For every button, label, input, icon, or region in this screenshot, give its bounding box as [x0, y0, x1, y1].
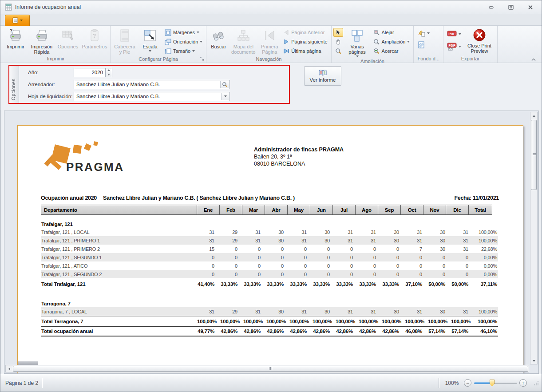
table-row-total: Total Tarragona, 7100,00%100,00%100,00%1… [41, 316, 498, 326]
watermark-button[interactable] [415, 40, 441, 49]
scale-button[interactable]: Escala [138, 27, 162, 55]
column-header: Total [468, 205, 492, 215]
close-print-preview-button[interactable]: Close Print Preview [463, 27, 495, 55]
horizontal-scroll-thumb[interactable] [13, 366, 528, 372]
header-footer-button[interactable]: Cabecera y Pie [112, 27, 137, 55]
column-header: Ene [197, 205, 220, 215]
zoom-in-slider-button[interactable]: + [519, 379, 527, 387]
table-row-data: Tarragona, 7 , LOCAL31293130313031313031… [41, 307, 498, 316]
pointer-icon [335, 29, 341, 36]
multiple-pages-button[interactable]: Varias páginas [344, 27, 371, 58]
document-map-button[interactable]: Mapa del documento [229, 27, 257, 55]
spin-down-button[interactable] [106, 72, 112, 77]
export-pdf-button[interactable]: PDF [445, 30, 463, 39]
send-pdf-button[interactable]: PDF [445, 42, 463, 51]
report-date: Fecha: 11/01/2021 [454, 195, 499, 201]
zoom-out-button[interactable]: Alejar [372, 28, 412, 37]
vertical-scrollbar[interactable] [530, 112, 538, 364]
ribbon-group-fondo: Fondo d... [414, 26, 443, 63]
options-icon [61, 28, 75, 43]
page-bottom-shadow [18, 361, 38, 365]
options-area: Opciones Año: 2020 Arrendador: Sanchez L… [0, 63, 542, 110]
magnifier-tool-button[interactable] [333, 47, 343, 55]
year-input[interactable]: 2020 [74, 68, 106, 77]
settlement-combobox[interactable]: Sanchez Llibre Julian y Mariano C.B. [74, 92, 230, 101]
minimize-button[interactable] [487, 4, 496, 11]
company-address-line1: Bailen 20, 3º 1ª [254, 153, 344, 160]
report-table-header: DepartamentoEneFebMarAbrMayJunJulAgoSepO… [41, 205, 498, 215]
company-name: Administrador de fincas PRAGMA [254, 146, 344, 153]
zoom-button[interactable]: Ampliación [372, 37, 412, 46]
first-page-button[interactable]: Primera Página [258, 27, 281, 55]
table-row-data: Trafalgar, 121 , ATICO0000000000000,00% [41, 261, 498, 270]
file-menu-tab[interactable] [5, 15, 30, 26]
ribbon-tabstrip [0, 14, 542, 26]
export-pdf-icon: PDF [447, 31, 457, 38]
watermark-icon [417, 41, 425, 49]
column-header: Abr [265, 205, 288, 215]
page-color-button[interactable] [415, 29, 441, 38]
resize-grip-icon[interactable] [533, 380, 539, 386]
table-row-data: Trafalgar, 121 , SEGUNDO 20000000000000,… [41, 270, 498, 278]
report-page: PRAGMA Administrador de fincas PRAGMA Ba… [17, 125, 523, 374]
ribbon-group-navegacion: Buscar Mapa del documento Primera Página… [206, 26, 331, 63]
dialog-launcher-icon[interactable] [199, 56, 205, 62]
logo-text: PRAGMA [66, 160, 124, 174]
table-row-spacer [41, 289, 498, 294]
zoom-in-button[interactable]: Acercar [372, 47, 412, 55]
scroll-up-button[interactable] [530, 112, 537, 119]
zoom-slider-thumb[interactable] [490, 380, 495, 387]
orientation-button[interactable]: Orientación [163, 37, 204, 46]
search-button[interactable]: Buscar [208, 27, 229, 55]
app-icon [5, 4, 12, 11]
landlord-input[interactable]: Sanchez Llibre Julian y Mariano C.B. [74, 80, 230, 89]
statusbar-separator [42, 378, 42, 388]
ribbon-group-imprimir: ? Imprimir Impresión Rápida Opciones ? P… [1, 26, 111, 63]
page-indicator: Página 1 de 2 [3, 380, 38, 386]
parameters-icon: ? [87, 28, 102, 43]
scroll-left-button[interactable] [6, 365, 12, 372]
column-header: Nov [423, 205, 446, 215]
ribbon-collapse-button[interactable] [531, 55, 537, 61]
magnifier-icon [335, 48, 341, 54]
pointer-tool-button[interactable] [333, 28, 343, 37]
zoom-slider[interactable] [474, 379, 517, 387]
zoom-out-slider-button[interactable]: − [464, 379, 471, 387]
horizontal-scrollbar[interactable] [5, 365, 529, 372]
titlebar: Informe de ocupación anual [0, 0, 542, 14]
margins-button[interactable]: Márgenes [163, 28, 204, 37]
zoom-controls: 100% − + [435, 378, 539, 388]
vertical-scroll-thumb[interactable] [531, 120, 537, 190]
spin-up-button[interactable] [106, 68, 112, 73]
zoom-out-icon [373, 29, 380, 36]
close-button[interactable] [526, 4, 535, 11]
parameters-button[interactable]: ? Parámetros [81, 27, 108, 55]
table-row-data: Trafalgar, 121 , PRIMERO 131293130313031… [41, 236, 498, 245]
view-report-button[interactable]: Ver informe [304, 66, 341, 86]
print-button[interactable]: ? Imprimir [3, 27, 28, 55]
print-preview-surface[interactable]: PRAGMA Administrador de fincas PRAGMA Ba… [4, 111, 539, 374]
document-map-icon [236, 28, 250, 43]
scale-icon [143, 28, 157, 43]
column-header: Departamento [41, 205, 197, 215]
quick-print-button[interactable]: Impresión Rápida [28, 27, 55, 55]
hand-tool-button[interactable] [333, 37, 343, 46]
settlement-dropdown-button[interactable] [221, 93, 229, 100]
table-row-data: Trafalgar, 121 , PRIMERO 215000000007303… [41, 245, 498, 253]
options-button[interactable]: Opciones [55, 27, 80, 55]
search-icon [211, 28, 226, 43]
group-label-configurar: Configurar Página [111, 55, 205, 63]
last-page-button[interactable]: Última página [281, 47, 329, 55]
previous-page-button[interactable]: Página Anterior [281, 28, 329, 37]
size-caret-icon [192, 50, 195, 52]
landlord-search-button[interactable] [220, 81, 229, 88]
table-row-grand: Total ocupación anual49,77%42,86%42,86%4… [41, 326, 498, 337]
options-panel-tab[interactable]: Opciones [9, 66, 19, 103]
status-bar: Página 1 de 2 100% − + [0, 374, 542, 392]
maximize-button[interactable] [506, 4, 516, 11]
size-button[interactable]: Tamaño [163, 47, 204, 55]
export-pdf-caret-icon [459, 33, 461, 35]
scroll-down-button[interactable] [530, 357, 537, 364]
column-header: Feb [219, 205, 242, 215]
next-page-button[interactable]: Página siguiente [281, 37, 329, 46]
